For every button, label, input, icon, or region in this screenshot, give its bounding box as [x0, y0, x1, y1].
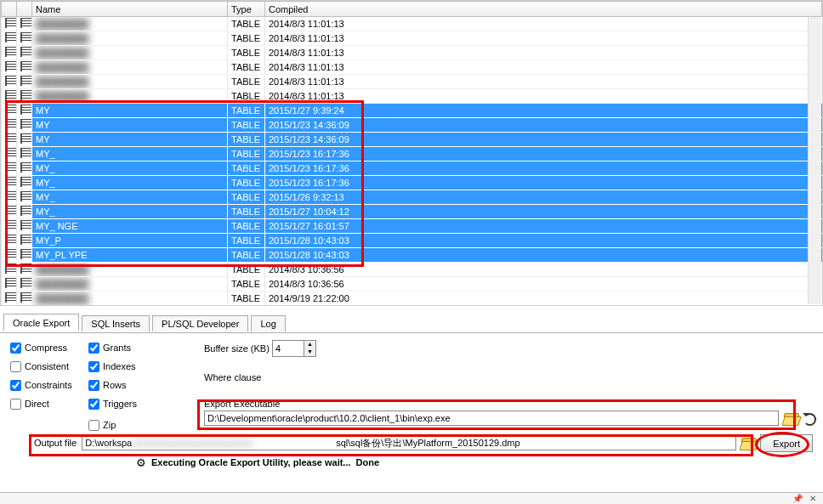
table-row[interactable]: MY_PTABLE2015/1/28 10:43:03	[2, 234, 822, 248]
export-panel: Oracle Export SQL Inserts PL/SQL Develop…	[0, 313, 823, 483]
table-row[interactable]: MYTABLE2015/1/23 14:36:09	[2, 118, 822, 133]
cell-type: TABLE	[228, 263, 265, 277]
output-blurred: xxxxxxxxxxxxxxxxxxxxxxxxxx	[132, 438, 336, 448]
cell-compiled: 2014/8/3 10:36:56	[265, 263, 822, 277]
label-direct: Direct	[25, 399, 49, 409]
cell-name: ████████	[32, 292, 228, 306]
spinner-up[interactable]: ▲	[304, 341, 315, 348]
table-row[interactable]: ████████TABLE2014/8/3 10:36:56	[2, 277, 822, 292]
label-triggers: Triggers	[103, 399, 137, 409]
table-icon	[20, 162, 32, 173]
table-row[interactable]: MY_PL YPETABLE2015/1/28 10:43:03	[2, 248, 822, 263]
table-row[interactable]: ████████TABLE2014/8/3 10:36:56	[2, 263, 822, 277]
table-row[interactable]: MY_TABLE2015/1/23 16:17:36	[2, 176, 822, 190]
cell-type: TABLE	[228, 219, 265, 234]
table-row[interactable]: MY_ NGETABLE2015/1/27 16:01:57	[2, 219, 822, 234]
checkbox-zip[interactable]: Zip	[88, 417, 116, 433]
table-icon	[5, 105, 17, 115]
close-panel-icon[interactable]: ✕	[809, 494, 816, 503]
table-icon	[20, 263, 32, 274]
table-row[interactable]: ████████TABLE2014/9/19 21:22:00	[2, 292, 822, 306]
table-icon	[20, 148, 32, 158]
output-file-input[interactable]: D:\workspa xxxxxxxxxxxxxxxxxxxxxxxxxx sq…	[82, 435, 736, 450]
table-icon	[5, 32, 17, 42]
label-compress: Compress	[25, 343, 67, 353]
browse-exe-button[interactable]	[784, 412, 799, 425]
cell-compiled: 2015/1/27 9:39:24	[265, 104, 822, 118]
checkbox-triggers[interactable]: Triggers	[88, 396, 165, 411]
col-type[interactable]: Type	[228, 2, 265, 17]
table-row[interactable]: ████████TABLE2014/8/3 11:01:13	[2, 60, 822, 75]
table-header-row[interactable]: Name Type Compiled	[2, 2, 822, 17]
vertical-scrollbar[interactable]	[808, 17, 821, 304]
table-row[interactable]: MYTABLE2015/1/23 14:36:09	[2, 133, 822, 147]
cell-name: ████████	[32, 46, 228, 60]
spinner-down[interactable]: ▼	[304, 348, 315, 356]
checkbox-constraints[interactable]: Constraints	[10, 377, 87, 393]
checkbox-compress[interactable]: Compress	[10, 340, 87, 355]
table-row[interactable]: MYTABLE2015/1/27 9:39:24	[2, 104, 822, 118]
table-row[interactable]: ████████TABLE2014/8/3 11:01:13	[2, 46, 822, 60]
col-spacer-1[interactable]	[2, 2, 17, 17]
cell-compiled: 2015/1/28 10:43:03	[265, 248, 822, 263]
checkbox-indexes[interactable]: Indexes	[88, 359, 165, 374]
reload-exe-button[interactable]	[803, 413, 816, 426]
table-icon	[20, 177, 32, 187]
table-row[interactable]: ████████TABLE2014/8/3 11:01:13	[2, 17, 822, 31]
object-table[interactable]: Name Type Compiled ████████TABLE2014/8/3…	[1, 1, 822, 306]
table-row[interactable]: ████████TABLE2014/8/3 11:01:13	[2, 89, 822, 104]
col-compiled[interactable]: Compiled	[265, 2, 822, 17]
table-icon	[20, 235, 32, 245]
cell-name: MY_	[32, 190, 228, 205]
table-icon	[20, 18, 32, 28]
checkbox-consistent[interactable]: Consistent	[10, 359, 87, 374]
tab-log[interactable]: Log	[251, 315, 285, 331]
label-where-clause: Where clause	[204, 372, 261, 382]
col-name[interactable]: Name	[32, 2, 228, 17]
table-icon	[20, 47, 32, 57]
table-row[interactable]: MY_TABLE2015/1/27 10:04:12	[2, 205, 822, 219]
table-row[interactable]: MY_TABLE2015/1/23 16:17:36	[2, 161, 822, 176]
cell-name: MY_	[32, 161, 228, 176]
browse-output-button[interactable]	[741, 437, 757, 450]
pin-icon[interactable]: 📌	[792, 494, 803, 503]
footer-bar	[0, 492, 823, 504]
cell-name: ████████	[32, 31, 228, 46]
checkbox-grants[interactable]: Grants	[88, 340, 165, 355]
buffer-size-input[interactable]	[273, 341, 304, 356]
cell-compiled: 2014/9/19 21:22:00	[265, 292, 822, 306]
buffer-size-spinner[interactable]: ▲▼	[272, 340, 316, 357]
cell-type: TABLE	[228, 248, 265, 263]
cell-name: MY_P	[32, 234, 228, 248]
checkbox-rows[interactable]: Rows	[88, 377, 165, 393]
table-row[interactable]: MY_TABLE2015/1/23 16:17:36	[2, 147, 822, 161]
table-icon	[5, 119, 17, 129]
label-indexes: Indexes	[103, 361, 136, 371]
cell-type: TABLE	[228, 147, 265, 161]
cell-type: TABLE	[228, 205, 265, 219]
tab-sql-inserts[interactable]: SQL Inserts	[82, 315, 150, 331]
col-spacer-2[interactable]	[17, 2, 32, 17]
cell-name: ████████	[32, 89, 228, 104]
label-rows: Rows	[103, 380, 127, 390]
cell-compiled: 2015/1/28 10:43:03	[265, 234, 822, 248]
running-icon: ⚙	[136, 456, 146, 469]
export-executable-input[interactable]	[204, 411, 779, 426]
status-text: Executing Oracle Export Utility, please …	[151, 457, 351, 467]
tab-plsql-developer[interactable]: PL/SQL Developer	[152, 315, 248, 331]
table-row[interactable]: ████████TABLE2014/8/3 11:01:13	[2, 31, 822, 46]
tab-oracle-export[interactable]: Oracle Export	[3, 314, 79, 331]
table-icon	[20, 76, 32, 86]
label-zip: Zip	[103, 420, 116, 430]
table-row[interactable]: MY_TABLE2015/1/26 9:32:13	[2, 190, 822, 205]
table-icon	[5, 76, 17, 86]
table-icon	[5, 278, 17, 288]
checkbox-direct[interactable]: Direct	[10, 396, 87, 411]
table-row[interactable]: ████████TABLE2014/8/3 11:01:13	[2, 75, 822, 89]
cell-name: MY_PL YPE	[32, 248, 228, 263]
cell-type: TABLE	[228, 118, 265, 133]
export-button[interactable]: Export	[760, 434, 813, 452]
table-icon	[5, 177, 17, 187]
table-icon	[5, 235, 17, 245]
table-icon	[20, 278, 32, 288]
